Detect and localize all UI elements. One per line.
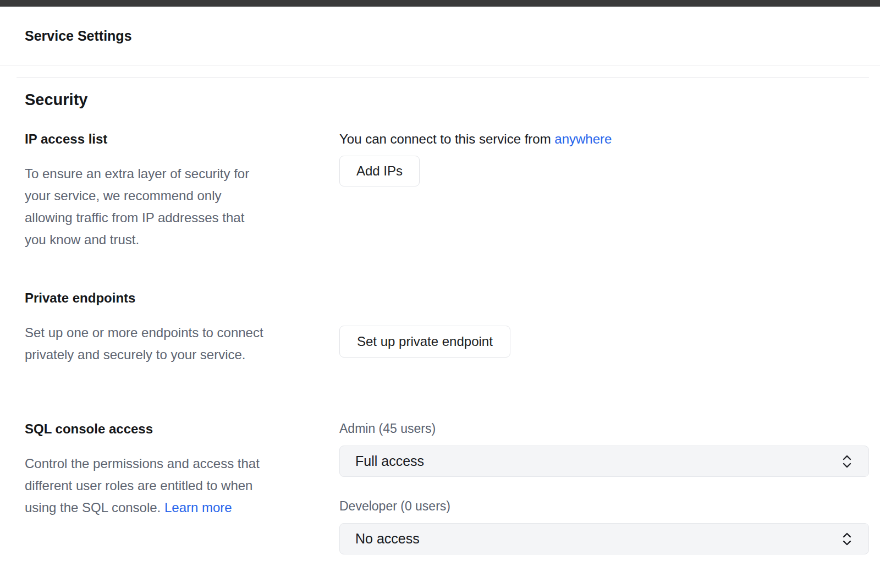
ip-access-list-left: IP access list To ensure an extra layer …	[25, 130, 339, 251]
admin-access-select[interactable]: Full access	[339, 446, 869, 477]
admin-role-label: Admin (45 users)	[339, 420, 869, 437]
admin-role-field: Admin (45 users) Full access	[339, 420, 869, 477]
admin-access-selected-value: Full access	[355, 453, 424, 469]
ip-access-list-description: To ensure an extra layer of security for…	[25, 163, 266, 251]
sql-console-access-right: Admin (45 users) Full access Developer (…	[339, 420, 869, 554]
developer-role-field: Developer (0 users) No access	[339, 498, 869, 554]
sql-console-access-left: SQL console access Control the permissio…	[25, 420, 339, 519]
sql-console-access-description: Control the permissions and access that …	[25, 453, 266, 519]
developer-access-selected-value: No access	[355, 531, 420, 547]
page-title: Service Settings	[25, 28, 132, 44]
private-endpoints-left: Private endpoints Set up one or more end…	[25, 289, 339, 366]
private-endpoints-right: Set up private endpoint	[339, 289, 869, 358]
connect-from-text: You can connect to this service from	[339, 131, 551, 146]
add-ips-button[interactable]: Add IPs	[339, 156, 420, 186]
content-divider	[16, 77, 869, 78]
chevron-up-down-icon	[841, 531, 853, 547]
ip-access-list-section: IP access list To ensure an extra layer …	[25, 130, 869, 251]
anywhere-link[interactable]: anywhere	[554, 131, 612, 146]
connect-from-line: You can connect to this service from any…	[339, 130, 869, 148]
private-endpoints-heading: Private endpoints	[25, 289, 339, 307]
private-endpoints-section: Private endpoints Set up one or more end…	[25, 289, 869, 366]
settings-content: Security IP access list To ensure an ext…	[0, 77, 880, 554]
ip-access-list-heading: IP access list	[25, 130, 339, 148]
private-endpoints-description: Set up one or more endpoints to connect …	[25, 322, 266, 366]
sql-console-access-heading: SQL console access	[25, 420, 339, 438]
ip-access-list-right: You can connect to this service from any…	[339, 130, 869, 186]
sql-console-access-section: SQL console access Control the permissio…	[25, 420, 869, 554]
security-section-title: Security	[25, 89, 869, 111]
chevron-up-down-icon	[841, 453, 853, 470]
page-header: Service Settings	[0, 7, 880, 65]
developer-access-select[interactable]: No access	[339, 523, 869, 554]
add-ips-button-row: Add IPs	[339, 148, 869, 186]
window-chrome-bar	[0, 0, 880, 7]
learn-more-link[interactable]: Learn more	[164, 500, 232, 515]
setup-private-endpoint-button[interactable]: Set up private endpoint	[339, 326, 510, 358]
developer-role-label: Developer (0 users)	[339, 498, 869, 514]
